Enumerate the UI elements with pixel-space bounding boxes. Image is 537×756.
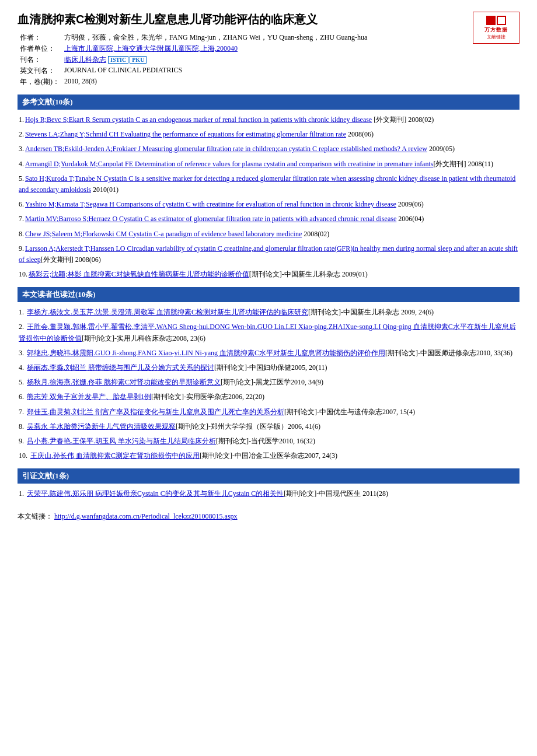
affiliation-link[interactable]: 上海市儿童医院,上海交通大学附属儿童医院,上海,200040 [64,44,238,52]
also-read-rest-1: [期刊论文]-中国新生儿科杂志 2009, 24(6) [308,308,434,316]
also-read-number-10: 10. [19,452,27,460]
ref-rest-1: [外文期刊] 2008(02) [372,116,434,124]
logo-square-outline [497,16,506,25]
also-read-section-body: 1. 李杨方.杨汝文.吴玉芹.沈景.吴澄清.周敬军 血清胱抑素C检测对新生儿肾功… [18,307,519,461]
also-read-rest-8: [期刊论文]-郑州大学学报（医学版）2006, 41(6) [176,422,320,430]
authors-label: 作者： [18,32,62,43]
badge-pku: PKU [130,56,147,64]
journal-badges: ISTIC PKU [108,56,147,64]
ref-number-8: 8. [19,230,24,238]
also-read-item-7: 7. 郑佳玉.曲灵菊.刘北兰 剖宫产率及指征变化与新生儿窒息及围产儿死亡率的关系… [19,407,518,418]
title-block: 血清胱抑素C检测对新生儿窒息患儿肾功能评估的临床意义 作者： 方明俊，张薇，俞全… [18,12,461,88]
citations-section-body: 1. 天荣平.陈建伟.郑乐朋 病理妊娠母亲Cystain C的变化及其与新生儿C… [18,488,519,499]
main-title: 血清胱抑素C检测对新生儿窒息患儿肾功能评估的临床意义 [18,12,461,27]
also-read-number-5: 5. [19,378,24,386]
also-read-item-8: 8. 吴燕永 羊水胎粪污染新生儿气管内清吸效果观察[期刊论文]-郑州大学学报（医… [19,421,518,432]
meta-table: 作者： 方明俊，张薇，俞全胜，朱光华，FANG Ming-jun，ZHANG W… [18,32,369,88]
also-read-rest-6: [期刊论文]-实用医学杂志2006, 22(20) [151,393,264,401]
ref-rest-3: 2009(05) [427,145,455,153]
ref-link-6[interactable]: Yashiro M;Kamata T;Segawa H Comparisons … [25,200,396,208]
affiliation-label: 作者单位： [18,43,62,54]
also-read-item-9: 9. 吕小燕.尹春艳.王保平.胡玉风 羊水污染与新生儿结局临床分析[期刊论文]-… [19,436,518,447]
ref-rest-4: [外文期刊] 2008(11) [433,160,493,168]
ref-number-9: 9. [19,244,24,253]
meta-row-journal: 刊名： 临床儿科杂志 ISTIC PKU [18,54,369,65]
ref-number-2: 2. [19,130,24,138]
logo-sub-text: 文献链接 [487,34,505,40]
english-journal-label: 英文刊名： [18,65,62,76]
ref-number-10: 10. [19,270,27,278]
logo-brand-text: 万方数据 [484,26,508,34]
also-read-link-1[interactable]: 李杨方.杨汝文.吴玉芹.沈景.吴澄清.周敬军 血清胱抑素C检测对新生儿肾功能评估… [27,308,308,316]
footer-link-area: 本文链接： http://d.g.wanfangdata.com.cn/Peri… [18,512,519,522]
also-read-item-4: 4. 杨丽杰.李淼.刘绍兰 脐带缠绕与围产儿及分娩方式关系的探讨[期刊论文]-中… [19,362,518,373]
also-read-link-5[interactable]: 杨秋月.徐海燕.张姗.佟菲 胱抑素C对肾功能改变的早期诊断意义 [27,378,221,386]
ref-link-7[interactable]: Martin MV;Barroso S;Herraez O Cystatin C… [25,215,396,223]
references-section-header: 参考文献(10条) [18,94,519,110]
also-read-link-3[interactable]: 郭继忠.房晓祎.林震阳.GUO Ji-zhong.FANG Xiao-yi.LI… [27,349,385,357]
also-read-number-6: 6. [19,393,24,401]
page-header: 血清胱抑素C检测对新生儿窒息患儿肾功能评估的临床意义 作者： 方明俊，张薇，俞全… [18,12,519,88]
badge-istic: ISTIC [108,56,128,64]
also-read-number-3: 3. [19,349,24,357]
also-read-item-6: 6. 熊志芳 双角子宫并发早产、胎盘早剥1例[期刊论文]-实用医学杂志2006,… [19,391,518,402]
ref-number-1: 1. [19,116,24,124]
journal-link[interactable]: 临床儿科杂志 [64,55,106,64]
ref-rest-7: 2006(04) [396,215,424,223]
also-read-number-7: 7. [19,408,24,416]
ref-item-7: 7.Martin MV;Barroso S;Herraez O Cystatin… [19,214,518,225]
footer-label: 本文链接： [18,512,53,520]
also-read-link-10[interactable]: 王庆山.孙长伟 血清胱抑素C测定在肾功能损伤中的应用 [30,452,200,460]
ref-item-4: 4.Armangil D;Yurdakok M;Canpolat FE Dete… [19,159,518,170]
ref-rest-5: 2010(01) [91,186,118,194]
also-read-rest-7: [期刊论文]-中国优生与遗传杂志2007, 15(4) [284,408,415,416]
ref-rest-8: 2008(02) [302,230,329,238]
year-value: 2010, 28(8) [62,76,369,88]
ref-rest-2: 2008(06) [346,130,374,138]
meta-row-authors: 作者： 方明俊，张薇，俞全胜，朱光华，FANG Ming-jun，ZHANG W… [18,32,369,43]
ref-item-1: 1.Hojs R;Bevc S;Ekart R Serum cystatin C… [19,114,518,125]
also-read-number-2: 2. [19,323,24,331]
ref-rest-9: [外文期刊] 2008(06) [41,256,101,264]
also-read-link-9[interactable]: 吕小燕.尹春艳.王保平.胡玉风 羊水污染与新生儿结局临床分析 [27,437,216,445]
ref-number-6: 6. [19,200,24,208]
ref-link-3[interactable]: Andersen TB;Eskild-Jenden A;Frokiaer J M… [25,145,427,153]
citation-link-1[interactable]: 天荣平.陈建伟.郑乐朋 病理妊娠母亲Cystain C的变化及其与新生儿Cyst… [27,489,284,498]
ref-item-6: 6.Yashiro M;Kamata T;Segawa H Comparison… [19,199,518,210]
ref-number-3: 3. [19,145,24,153]
also-read-item-3: 3. 郭继忠.房晓祎.林震阳.GUO Ji-zhong.FANG Xiao-yi… [19,348,518,359]
citation-rest-1: [期刊论文]-中国现代医生 2011(28) [284,489,388,498]
meta-row-affiliation: 作者单位： 上海市儿童医院,上海交通大学附属儿童医院,上海,200040 [18,43,369,54]
ref-number-4: 4. [19,160,24,168]
year-label: 年，卷(期)： [18,76,62,88]
ref-item-9: 9.Larsson A;Akerstedt T;Hanssen LO Circa… [19,243,518,265]
also-read-link-6[interactable]: 熊志芳 双角子宫并发早产、胎盘早剥1例 [27,393,151,401]
logo-square-filled [486,16,496,25]
also-read-rest-3: [期刊论文]-中国医师进修杂志2010, 33(36) [385,349,512,357]
also-read-item-1: 1. 李杨方.杨汝文.吴玉芹.沈景.吴澄清.周敬军 血清胱抑素C检测对新生儿肾功… [19,307,518,318]
also-read-item-5: 5. 杨秋月.徐海燕.张姗.佟菲 胱抑素C对肾功能改变的早期诊断意义[期刊论文]… [19,377,518,388]
ref-rest-6: 2009(06) [396,200,424,208]
ref-number-7: 7. [19,215,24,223]
ref-link-8[interactable]: Chew JS;Saleem M;Florkowski CM Cystatin … [25,230,302,238]
also-read-number-8: 8. [19,422,24,430]
also-read-rest-5: [期刊论文]-黑龙江医学2010, 34(9) [221,378,323,386]
also-read-link-7[interactable]: 郑佳玉.曲灵菊.刘北兰 剖宫产率及指征变化与新生儿窒息及围产儿死亡率的关系分析 [27,408,284,416]
meta-row-year: 年，卷(期)： 2010, 28(8) [18,76,369,88]
references-section-body: 1.Hojs R;Bevc S;Ekart R Serum cystatin C… [18,114,519,280]
ref-link-1[interactable]: Hojs R;Bevc S;Ekart R Serum cystatin C a… [25,116,372,124]
ref-link-4[interactable]: Armangil D;Yurdakok M;Canpolat FE Determ… [25,160,433,168]
also-read-rest-4: [期刊论文]-中国妇幼保健2005, 20(11) [214,363,327,372]
english-journal-value: JOURNAL OF CLINICAL PEDIATRICS [62,65,369,76]
also-read-section-header: 本文读者也读过(10条) [18,287,519,302]
ref-link-2[interactable]: Stevens LA;Zhang Y;Schmid CH Evaluating … [25,130,346,138]
citations-section-header: 引证文献(1条) [18,468,519,484]
ref-link-10[interactable]: 杨彩云;沈颖;林影 血胱抑素C对缺氧缺血性脑病新生儿肾功能的诊断价值 [29,270,249,278]
also-read-link-4[interactable]: 杨丽杰.李淼.刘绍兰 脐带缠绕与围产儿及分娩方式关系的探讨 [27,363,214,372]
affiliation-value: 上海市儿童医院,上海交通大学附属儿童医院,上海,200040 [62,43,369,54]
also-read-link-8[interactable]: 吴燕永 羊水胎粪污染新生儿气管内清吸效果观察 [27,422,176,430]
footer-url[interactable]: http://d.g.wanfangdata.com.cn/Periodical… [54,512,238,520]
ref-item-10: 10.杨彩云;沈颖;林影 血胱抑素C对缺氧缺血性脑病新生儿肾功能的诊断价值[期刊… [19,269,518,280]
also-read-number-9: 9. [19,437,24,445]
also-read-number-4: 4. [19,363,24,372]
